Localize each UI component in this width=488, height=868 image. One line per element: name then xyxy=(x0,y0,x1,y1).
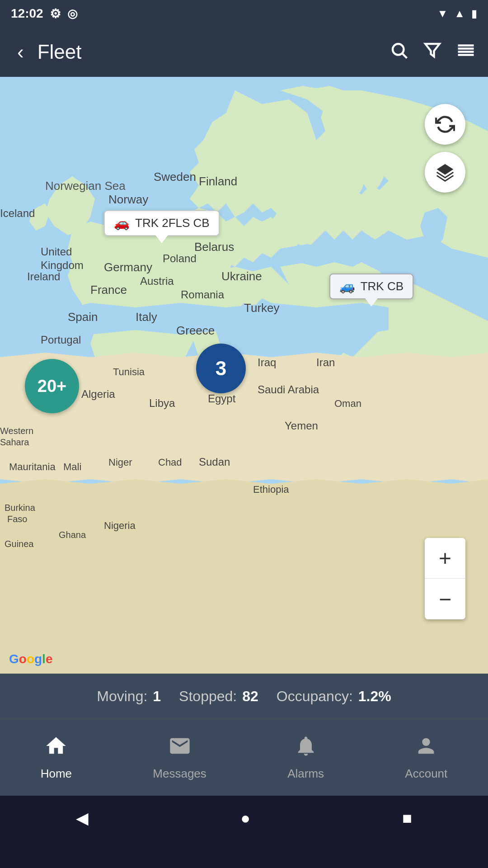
battery-icon: ▮ xyxy=(471,7,477,20)
svg-text:Ukraine: Ukraine xyxy=(221,269,262,283)
alarms-label: Alarms xyxy=(287,767,324,781)
svg-text:Sudan: Sudan xyxy=(199,456,230,468)
zoom-controls: + − xyxy=(425,538,465,619)
messages-label: Messages xyxy=(153,767,206,781)
svg-text:Chad: Chad xyxy=(158,457,182,468)
google-o1: o xyxy=(19,652,27,666)
moving-value: 1 xyxy=(153,688,161,705)
home-label: Home xyxy=(41,767,72,781)
svg-point-0 xyxy=(393,44,404,55)
filter-icon[interactable] xyxy=(423,41,442,64)
google-e: e xyxy=(46,652,53,666)
svg-text:Turkey: Turkey xyxy=(244,301,280,315)
svg-text:Guinea: Guinea xyxy=(5,539,34,549)
svg-text:Mauritania: Mauritania xyxy=(9,461,56,472)
svg-text:Ireland: Ireland xyxy=(27,270,60,283)
svg-text:Tunisia: Tunisia xyxy=(113,366,145,377)
map-view[interactable]: Norwegian Sea Iceland Sweden Norway Finl… xyxy=(0,77,488,674)
marker-label-trkcb: TRK CB xyxy=(361,279,404,293)
svg-text:Ethiopia: Ethiopia xyxy=(253,484,289,495)
svg-text:Sweden: Sweden xyxy=(154,170,196,184)
cluster-20plus-label: 20+ xyxy=(38,377,66,396)
svg-text:Greece: Greece xyxy=(176,324,215,337)
svg-text:Ghana: Ghana xyxy=(59,530,86,540)
svg-text:Oman: Oman xyxy=(334,398,361,409)
system-home-button[interactable]: ● xyxy=(233,802,258,835)
stopped-value: 82 xyxy=(242,688,258,705)
marker-trk2fls[interactable]: 🚗 TRK 2FLS CB xyxy=(104,210,220,243)
at-icon: ◎ xyxy=(67,7,78,21)
top-nav: ‹ Fleet xyxy=(0,27,488,77)
menu-icon[interactable] xyxy=(456,41,475,64)
alarms-icon xyxy=(294,734,318,763)
marker-arrow xyxy=(155,235,168,243)
svg-text:Saudi Arabia: Saudi Arabia xyxy=(258,383,319,396)
svg-text:France: France xyxy=(90,283,127,297)
marker-label-trk2fls: TRK 2FLS CB xyxy=(135,216,210,230)
nav-account[interactable]: Account xyxy=(387,727,465,788)
svg-text:Poland: Poland xyxy=(163,252,197,264)
zoom-in-button[interactable]: + xyxy=(425,538,465,579)
svg-text:Spain: Spain xyxy=(68,310,98,324)
svg-text:Norwegian Sea: Norwegian Sea xyxy=(45,179,126,193)
svg-text:Germany: Germany xyxy=(104,260,152,274)
messages-icon xyxy=(168,734,192,763)
nav-alarms[interactable]: Alarms xyxy=(269,727,342,788)
stopped-label: Stopped: xyxy=(179,688,237,705)
bottom-nav: Home Messages Alarms Account xyxy=(0,719,488,796)
system-nav: ◀ ● ■ xyxy=(0,796,488,841)
map-controls xyxy=(425,104,465,193)
svg-text:Romania: Romania xyxy=(181,288,225,301)
google-o2: o xyxy=(27,652,34,666)
svg-text:Nigeria: Nigeria xyxy=(104,520,136,531)
stats-bar: Moving: 1 Stopped: 82 Occupancy: 1.2% xyxy=(0,674,488,719)
nav-home[interactable]: Home xyxy=(23,727,90,788)
svg-text:Iran: Iran xyxy=(316,356,335,368)
system-recent-button[interactable]: ■ xyxy=(395,802,419,835)
google-logo: Google xyxy=(9,652,52,666)
nav-messages[interactable]: Messages xyxy=(135,727,225,788)
back-button[interactable]: ‹ xyxy=(13,36,28,68)
stopped-stat: Stopped: 82 xyxy=(179,688,258,705)
svg-text:Niger: Niger xyxy=(108,457,132,468)
svg-text:United: United xyxy=(41,245,72,258)
signal-icon: ▲ xyxy=(454,7,465,20)
car-red-icon: 🚗 xyxy=(114,216,130,231)
home-icon xyxy=(44,734,68,763)
page-title: Fleet xyxy=(38,41,380,63)
svg-text:Portugal: Portugal xyxy=(41,334,81,346)
settings-icon: ⚙ xyxy=(50,6,61,21)
svg-text:Norway: Norway xyxy=(108,193,148,206)
zoom-out-button[interactable]: − xyxy=(425,579,465,619)
svg-text:Faso: Faso xyxy=(7,514,27,524)
google-g2: g xyxy=(34,652,42,666)
occupancy-value: 1.2% xyxy=(358,688,391,705)
moving-stat: Moving: 1 xyxy=(97,688,161,705)
refresh-button[interactable] xyxy=(425,104,465,145)
occupancy-label: Occupancy: xyxy=(277,688,353,705)
system-back-button[interactable]: ◀ xyxy=(69,802,96,835)
status-bar: 12:02 ⚙ ◎ ▼ ▲ ▮ xyxy=(0,0,488,27)
layers-button[interactable] xyxy=(425,152,465,193)
svg-text:Iraq: Iraq xyxy=(258,356,276,368)
svg-text:Algeria: Algeria xyxy=(81,388,115,400)
svg-text:Sahara: Sahara xyxy=(0,437,29,447)
account-icon xyxy=(414,734,438,763)
marker-trkcb[interactable]: 🚙 TRK CB xyxy=(329,274,413,307)
cluster-20plus[interactable]: 20+ xyxy=(25,359,79,413)
svg-text:Finland: Finland xyxy=(199,175,237,188)
svg-text:Egypt: Egypt xyxy=(208,392,236,405)
account-label: Account xyxy=(405,767,447,781)
svg-text:Yemen: Yemen xyxy=(285,420,318,432)
svg-text:Libya: Libya xyxy=(149,397,175,409)
svg-text:Western: Western xyxy=(0,426,33,436)
svg-line-1 xyxy=(403,53,407,58)
svg-text:Iceland: Iceland xyxy=(0,207,35,219)
marker-arrow-2 xyxy=(365,298,378,307)
car-gray-icon: 🚙 xyxy=(339,279,355,294)
moving-label: Moving: xyxy=(97,688,147,705)
search-icon[interactable] xyxy=(389,41,408,64)
svg-text:Burkina: Burkina xyxy=(5,503,36,513)
cluster-3[interactable]: 3 xyxy=(196,344,246,393)
svg-text:Austria: Austria xyxy=(140,275,174,287)
